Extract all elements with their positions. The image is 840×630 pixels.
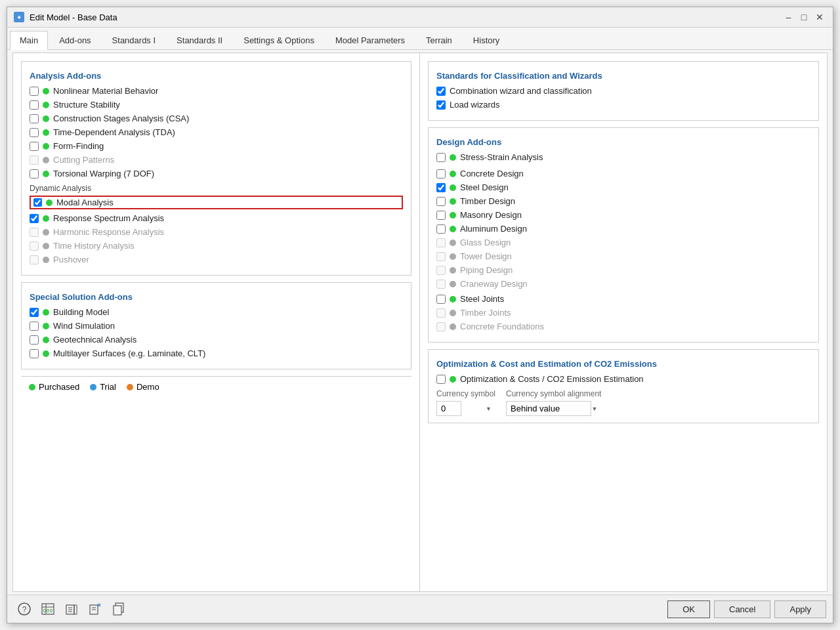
dot-green-icon [43, 129, 49, 136]
dot-gray-icon [43, 243, 49, 249]
dot-gray-icon [450, 267, 456, 274]
piping-checkbox [436, 266, 446, 275]
main-content: Analysis Add-ons Nonlinear Material Beha… [12, 52, 828, 592]
legend: Purchased Trial Demo [21, 376, 411, 397]
tab-terrain[interactable]: Terrain [416, 31, 462, 50]
torsional-label: Torsional Warping (7 DOF) [53, 169, 154, 178]
apply-button[interactable]: Apply [774, 600, 826, 618]
ok-button[interactable]: OK [667, 600, 710, 618]
form-finding-checkbox[interactable] [30, 142, 39, 151]
aluminum-checkbox[interactable] [436, 224, 446, 234]
maximize-button[interactable]: □ [797, 11, 810, 23]
tab-main[interactable]: Main [10, 31, 48, 50]
stress-strain-checkbox[interactable] [436, 153, 446, 162]
design-addons-section: Design Add-ons Stress-Strain Analysis Co… [428, 127, 819, 343]
torsional-checkbox[interactable] [30, 169, 39, 178]
timber-label: Timber Design [460, 196, 515, 206]
export-button[interactable] [61, 599, 82, 619]
list-item: Aluminum Design [436, 224, 810, 234]
tda-checkbox[interactable] [30, 128, 39, 137]
load-wizards-checkbox[interactable] [436, 100, 446, 110]
masonry-checkbox[interactable] [436, 211, 446, 220]
currency-symbol-select[interactable]: 0 [436, 401, 461, 416]
dot-green-icon [43, 102, 49, 108]
geotechnical-checkbox[interactable] [30, 335, 39, 345]
steel-label: Steel Design [460, 182, 509, 192]
glass-checkbox [436, 238, 446, 247]
response-spectrum-checkbox[interactable] [30, 214, 39, 223]
building-model-checkbox[interactable] [30, 308, 39, 317]
modal-label: Modal Analysis [56, 198, 114, 207]
tab-standards2[interactable]: Standards II [167, 31, 232, 50]
table-button[interactable]: 0 0 0 [37, 599, 58, 619]
title-bar: ✦ Edit Model - Base Data ‒ □ ✕ [7, 7, 833, 28]
window-controls: ‒ □ ✕ [782, 11, 826, 23]
legend-demo: Demo [127, 382, 159, 392]
list-item: Craneway Design [436, 279, 810, 289]
csa-checkbox[interactable] [30, 114, 39, 123]
copy-button[interactable] [108, 599, 129, 619]
modal-checkbox[interactable] [33, 198, 42, 207]
dot-green-icon [43, 337, 49, 343]
load-wizards-label: Load wizards [450, 100, 500, 110]
tab-settings[interactable]: Settings & Options [234, 31, 324, 50]
currency-alignment-select[interactable]: Behind value Before value [506, 401, 591, 416]
minimize-button[interactable]: ‒ [782, 11, 795, 23]
structure-checkbox[interactable] [30, 100, 39, 110]
dot-green-icon [43, 116, 49, 122]
multilayer-label: Multilayer Surfaces (e.g. Laminate, CLT) [53, 348, 205, 358]
list-item: Steel Design [436, 182, 810, 192]
dot-purchased-icon [29, 384, 35, 390]
glass-label: Glass Design [460, 238, 511, 247]
help-icon: ? [18, 602, 31, 616]
piping-label: Piping Design [460, 265, 513, 275]
tab-bar: Main Add-ons Standards I Standards II Se… [7, 28, 833, 50]
list-item: Concrete Foundations [436, 322, 810, 331]
harmonic-checkbox [30, 228, 39, 237]
svg-text:0: 0 [43, 608, 46, 613]
dot-gray-icon [450, 324, 456, 330]
steel-joints-checkbox[interactable] [436, 295, 446, 304]
help-button[interactable]: ? [14, 599, 35, 619]
craneway-checkbox [436, 280, 446, 289]
steel-checkbox[interactable] [436, 183, 446, 192]
currency-symbol-group: Currency symbol 0 [436, 389, 495, 416]
svg-text:0: 0 [50, 608, 52, 613]
design-addons-title: Design Add-ons [436, 137, 810, 147]
masonry-label: Masonry Design [460, 210, 522, 220]
app-icon: ✦ [14, 12, 24, 22]
tab-model-params[interactable]: Model Parameters [326, 31, 415, 50]
list-item: Steel Joints [436, 294, 810, 304]
optimization-title: Optimization & Cost and Estimation of CO… [436, 359, 810, 369]
dot-green-icon [43, 171, 49, 177]
combination-wizard-checkbox[interactable] [436, 87, 446, 96]
list-item: Building Model [30, 307, 403, 317]
special-addons-title: Special Solution Add-ons [30, 292, 403, 302]
list-item: Nonlinear Material Behavior [30, 86, 403, 96]
geotechnical-label: Geotechnical Analysis [53, 335, 136, 345]
dot-green-icon [46, 200, 52, 206]
import-button[interactable] [85, 599, 106, 619]
modal-analysis-row: Modal Analysis [30, 196, 403, 209]
close-button[interactable]: ✕ [813, 11, 826, 23]
export-icon [65, 602, 78, 616]
tab-history[interactable]: History [463, 31, 509, 50]
wind-sim-checkbox[interactable] [30, 322, 39, 331]
tab-standards1[interactable]: Standards I [102, 31, 166, 50]
list-item: Wind Simulation [30, 321, 403, 331]
list-item: Harmonic Response Analysis [30, 227, 403, 237]
tab-addons[interactable]: Add-ons [49, 31, 100, 50]
analysis-addons-section: Analysis Add-ons Nonlinear Material Beha… [21, 61, 411, 276]
tower-label: Tower Design [460, 251, 512, 261]
concrete-checkbox[interactable] [436, 169, 446, 178]
cancel-button[interactable]: Cancel [714, 600, 770, 618]
legend-purchased-label: Purchased [39, 382, 79, 392]
multilayer-checkbox[interactable] [30, 349, 39, 358]
optim-costs-checkbox[interactable] [436, 375, 446, 384]
list-item: Form-Finding [30, 141, 403, 151]
list-item: Glass Design [436, 238, 810, 247]
nonlinear-checkbox[interactable] [30, 87, 39, 96]
timber-checkbox[interactable] [436, 197, 446, 206]
table-icon: 0 0 0 [41, 603, 54, 615]
response-spectrum-label: Response Spectrum Analysis [53, 213, 164, 223]
